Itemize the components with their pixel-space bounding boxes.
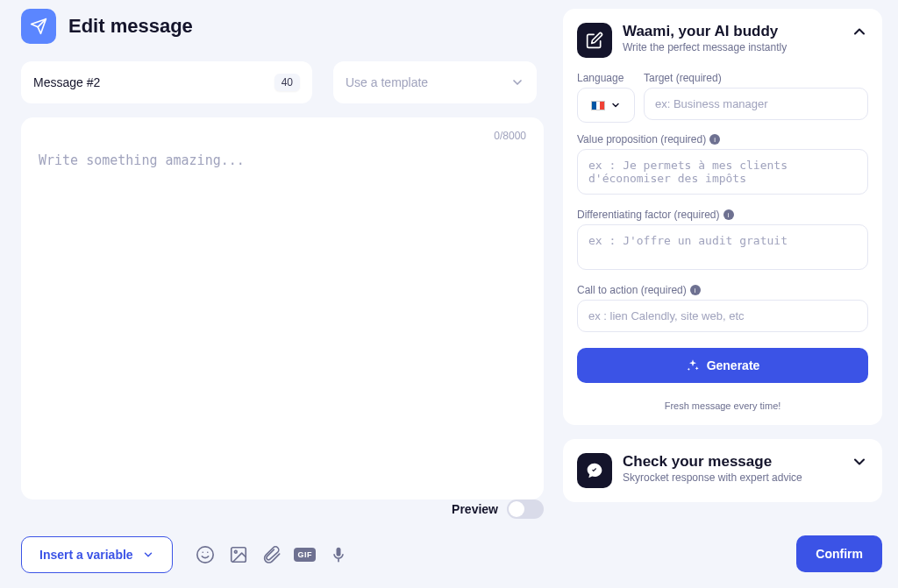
send-icon [21,9,56,44]
gif-icon[interactable]: GIF [296,545,315,564]
message-textarea[interactable] [39,152,526,485]
info-icon[interactable]: i [723,209,734,220]
ai-panel-title: Waami, your AI buddy [623,23,840,40]
diff-input[interactable] [577,224,868,270]
template-select[interactable]: Use a template [333,61,537,103]
cta-label: Call to action (required) i [577,284,868,296]
cta-input[interactable] [577,300,868,332]
target-label: Target (required) [644,72,868,84]
info-icon[interactable]: i [690,285,701,295]
target-input[interactable] [644,88,868,120]
ai-panel-subtitle: Write the perfect message instantly [623,41,840,53]
page-title: Edit message [68,15,193,38]
svg-point-0 [196,547,212,563]
check-message-icon [577,453,612,488]
emoji-icon[interactable] [196,545,215,564]
edit-icon [577,23,612,58]
chevron-down-icon [610,100,621,110]
image-icon[interactable] [229,545,248,564]
collapse-ai-panel[interactable] [851,23,868,40]
value-label: Value proposition (required) i [577,133,868,145]
generate-label: Generate [707,358,760,372]
fresh-note: Fresh message every time! [577,400,868,411]
insert-variable-button[interactable]: Insert a variable [21,536,173,573]
svg-point-4 [234,550,237,553]
language-select[interactable] [577,88,635,123]
sparkle-icon [686,358,700,372]
check-panel-title: Check your message [623,453,840,471]
diff-label: Differentiating factor (required) i [577,209,868,221]
chevron-down-icon [142,549,154,561]
info-icon[interactable]: i [709,134,720,145]
svg-rect-5 [338,559,339,562]
insert-variable-label: Insert a variable [39,548,133,562]
message-chip-label: Message #2 [33,75,100,89]
confirm-button[interactable]: Confirm [796,535,882,572]
preview-label: Preview [452,502,498,516]
flag-fr-icon [591,101,605,110]
confirm-label: Confirm [816,547,863,561]
check-panel-subtitle: Skyrocket response with expert advice [623,471,840,484]
check-panel[interactable]: Check your message Skyrocket response wi… [563,439,882,502]
expand-check-panel[interactable] [851,453,868,471]
mic-icon[interactable] [329,545,348,564]
generate-button[interactable]: Generate [577,348,868,383]
message-chip-badge: 40 [274,74,300,91]
chevron-down-icon [510,75,524,89]
message-editor: 0/8000 [21,117,544,499]
ai-panel: Waami, your AI buddy Write the perfect m… [563,9,882,425]
template-placeholder: Use a template [346,75,428,89]
message-chip[interactable]: Message #2 40 [21,61,312,103]
char-counter: 0/8000 [494,130,526,142]
attachment-icon[interactable] [262,545,282,564]
preview-toggle[interactable] [507,499,544,519]
value-input[interactable] [577,149,868,195]
language-label: Language [577,72,635,84]
